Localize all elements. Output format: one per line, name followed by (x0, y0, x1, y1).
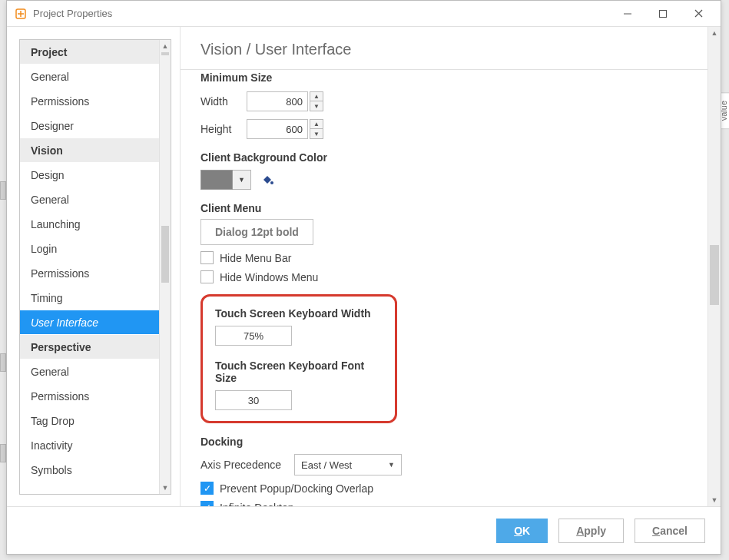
hide-menu-bar-checkbox[interactable] (200, 251, 214, 264)
sidebar-scrollbar[interactable]: ▲ ▼ (159, 40, 171, 494)
maximize-button[interactable] (645, 2, 681, 25)
scroll-track[interactable] (708, 39, 721, 494)
axis-precedence-row: Axis Precedence East / West ▼ (200, 454, 688, 476)
nav-list: Project General Permissions Designer Vis… (20, 40, 159, 494)
section-client-menu: Client Menu (200, 202, 688, 214)
close-button[interactable] (681, 2, 716, 25)
kb-font-input[interactable] (215, 390, 292, 410)
nav-header-perspective[interactable]: Perspective (20, 335, 159, 360)
spinner-up-icon[interactable]: ▲ (310, 119, 323, 129)
page-title: Vision / User Interface (181, 27, 707, 70)
nav-header-vision[interactable]: Vision (20, 138, 159, 163)
nav-item-design[interactable]: Design (20, 163, 159, 187)
nav-item-user-interface[interactable]: User Interface (20, 310, 159, 335)
scroll-thumb[interactable] (161, 52, 169, 55)
height-row: Height ▲ ▼ (200, 119, 688, 139)
nav-item-general[interactable]: General (20, 360, 159, 384)
nav-header-project[interactable]: Project (20, 40, 159, 65)
titlebar: Project Properties (7, 1, 721, 27)
nav-tree: Project General Permissions Designer Vis… (19, 39, 171, 495)
left-gutter (0, 0, 6, 560)
hide-windows-menu-row: Hide Windows Menu (200, 270, 688, 283)
axis-precedence-value: East / West (301, 459, 352, 471)
nav-item-permissions[interactable]: Permissions (20, 89, 159, 114)
nav-item-permissions[interactable]: Permissions (20, 261, 159, 286)
dialog-body: Project General Permissions Designer Vis… (7, 27, 721, 506)
spinner-up-icon[interactable]: ▲ (310, 91, 323, 101)
width-row: Width ▲ ▼ (200, 91, 688, 111)
height-input[interactable] (247, 119, 308, 139)
content-column: Vision / User Interface Minimum Size Wid… (181, 27, 721, 506)
scroll-thumb[interactable] (710, 245, 719, 305)
dialog-footer: OK Apply Cancel (7, 506, 721, 554)
width-input[interactable] (247, 91, 308, 111)
nav-item-login[interactable]: Login (20, 237, 159, 261)
prevent-overlap-label: Prevent Popup/Docking Overlap (220, 482, 373, 495)
paint-bucket-icon[interactable] (260, 173, 274, 187)
project-properties-window: Project Properties Project General Permi… (6, 0, 721, 555)
section-kb-font: Touch Screen Keyboard Font Size (215, 360, 383, 384)
minimize-button[interactable] (610, 2, 645, 25)
cancel-button[interactable]: Cancel (635, 519, 705, 543)
nav-item-designer[interactable]: Designer (20, 114, 159, 138)
prevent-overlap-checkbox[interactable]: ✓ (200, 482, 214, 495)
infinite-desktop-checkbox[interactable]: ✓ (200, 501, 214, 506)
font-picker-button[interactable]: Dialog 12pt bold (200, 219, 313, 245)
sidebar-container: Project General Permissions Designer Vis… (7, 27, 181, 506)
svg-point-5 (270, 181, 273, 184)
ok-button[interactable]: OK (496, 519, 548, 543)
axis-precedence-label: Axis Precedence (200, 459, 294, 471)
width-label: Width (200, 95, 247, 108)
axis-precedence-select[interactable]: East / West ▼ (294, 454, 402, 476)
nav-item-general[interactable]: General (20, 187, 159, 212)
color-swatch[interactable] (200, 170, 233, 190)
hide-windows-menu-checkbox[interactable] (200, 270, 214, 283)
nav-item-timing[interactable]: Timing (20, 286, 159, 310)
spinner-down-icon[interactable]: ▼ (310, 101, 323, 111)
infinite-desktop-row: ✓ Infinite Desktop (200, 501, 688, 506)
bg-color-picker: ▼ (200, 170, 688, 190)
prevent-overlap-row: ✓ Prevent Popup/Docking Overlap (200, 482, 688, 495)
section-bg-color: Client Background Color (200, 151, 688, 164)
nav-item-tag-drop[interactable]: Tag Drop (20, 409, 159, 433)
hide-menu-bar-label: Hide Menu Bar (220, 252, 291, 264)
width-spinner[interactable]: ▲ ▼ (310, 91, 323, 111)
scroll-up-icon[interactable]: ▲ (708, 27, 721, 39)
content-scrollbar[interactable]: ▲ ▼ (707, 27, 721, 506)
nav-item-inactivity[interactable]: Inactivity (20, 433, 159, 458)
form-body: Minimum Size Width ▲ ▼ Height (181, 70, 707, 506)
scroll-track[interactable] (160, 52, 171, 482)
section-minimum-size: Minimum Size (200, 71, 688, 84)
height-spinner[interactable]: ▲ ▼ (310, 119, 323, 139)
hide-windows-menu-label: Hide Windows Menu (220, 271, 318, 283)
nav-item-permissions[interactable]: Permissions (20, 384, 159, 409)
touchscreen-highlight: Touch Screen Keyboard Width Touch Screen… (200, 294, 397, 423)
svg-rect-2 (660, 10, 667, 17)
nav-item-symbols[interactable]: Symbols (20, 458, 159, 482)
section-docking: Docking (200, 436, 688, 448)
scroll-up-icon[interactable]: ▲ (160, 40, 171, 52)
infinite-desktop-label: Infinite Desktop (220, 502, 294, 507)
app-icon (15, 8, 27, 20)
gutter-nub (0, 444, 6, 462)
chevron-down-icon: ▼ (388, 461, 395, 469)
nav-item-general[interactable]: General (20, 65, 159, 89)
main-panel: Vision / User Interface Minimum Size Wid… (181, 27, 707, 506)
nav-item-launching[interactable]: Launching (20, 212, 159, 237)
hide-menu-bar-row: Hide Menu Bar (200, 251, 688, 264)
apply-button[interactable]: Apply (558, 519, 624, 543)
section-kb-width: Touch Screen Keyboard Width (215, 307, 383, 320)
scroll-down-icon[interactable]: ▼ (708, 494, 721, 506)
color-dropdown[interactable]: ▼ (233, 170, 251, 190)
gutter-nub (0, 181, 6, 200)
gutter-nub (0, 353, 6, 372)
kb-width-input[interactable] (215, 326, 292, 346)
scroll-thumb[interactable] (161, 226, 169, 283)
window-title: Project Properties (33, 8, 610, 19)
height-label: Height (200, 123, 247, 135)
scroll-down-icon[interactable]: ▼ (160, 482, 171, 494)
spinner-down-icon[interactable]: ▼ (310, 129, 323, 139)
